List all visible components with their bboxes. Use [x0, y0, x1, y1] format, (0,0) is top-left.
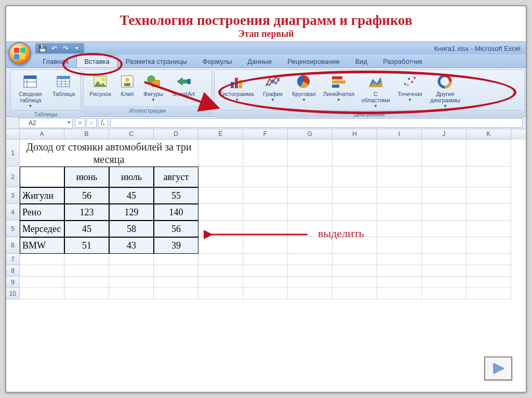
col-header[interactable]: H — [332, 129, 377, 140]
picture-button[interactable]: Рисунок — [86, 72, 115, 98]
enter-icon[interactable]: ✓ — [86, 118, 97, 128]
col-header[interactable]: I — [377, 129, 422, 140]
cell[interactable]: 45 — [64, 221, 109, 237]
svg-rect-20 — [239, 80, 242, 88]
office-button[interactable] — [8, 42, 31, 65]
table-row[interactable]: 7 — [6, 254, 526, 265]
cell[interactable]: 43 — [109, 237, 154, 254]
cell[interactable]: Жигули — [20, 187, 64, 204]
cell[interactable]: 140 — [154, 204, 198, 221]
pivot-table-icon — [22, 73, 38, 90]
tab-page-layout[interactable]: Разметка страницы — [118, 56, 194, 67]
cancel-icon[interactable]: ✕ — [75, 118, 85, 128]
table-button[interactable]: Таблица — [49, 72, 78, 98]
formula-bar: A2 ✕ ✓ fx — [6, 117, 526, 129]
area-chart-button[interactable]: С областями▼ — [358, 72, 393, 110]
column-headers[interactable]: A B C D E F G H I J K — [20, 129, 526, 140]
table-title-cell[interactable]: Доход от стоянки автомобилей за три меся… — [20, 140, 198, 167]
table-row[interactable]: 6 BMW 51 43 39 — [6, 237, 526, 254]
cell[interactable]: Рено — [20, 204, 64, 221]
cell[interactable]: 123 — [64, 204, 109, 221]
pie-chart-button[interactable]: Круговая▼ — [288, 72, 320, 104]
tab-review[interactable]: Рецензирование — [280, 56, 347, 67]
name-box[interactable]: A2 — [19, 118, 73, 128]
scatter-chart-button[interactable]: Точечная▼ — [394, 72, 425, 104]
cell[interactable]: 39 — [154, 237, 198, 254]
undo-icon[interactable]: ↶ — [50, 44, 58, 52]
bar-chart-button[interactable]: Линейчатая▼ — [321, 72, 357, 104]
tab-data[interactable]: Данные — [240, 56, 279, 67]
col-header[interactable]: E — [198, 129, 243, 140]
table-row[interactable]: 9 — [6, 277, 526, 288]
worksheet[interactable]: A B C D E F G H I J K 1 Доход от стоянки… — [6, 129, 526, 299]
col-header[interactable]: D — [154, 129, 198, 140]
col-header[interactable]: F — [243, 129, 288, 140]
row-header[interactable]: 1 — [6, 140, 20, 167]
cell[interactable]: 45 — [109, 187, 154, 204]
save-icon[interactable]: 💾 — [38, 44, 47, 52]
row-header[interactable]: 6 — [6, 237, 20, 254]
column-chart-button[interactable]: Гистограмма▼ — [217, 72, 257, 104]
cell[interactable]: 55 — [154, 187, 198, 204]
row-header[interactable]: 3 — [6, 187, 20, 204]
col-header[interactable]: C — [109, 129, 154, 140]
svg-rect-17 — [188, 79, 191, 84]
cell[interactable]: 129 — [109, 204, 154, 221]
tab-formulas[interactable]: Формулы — [195, 56, 240, 67]
row-header[interactable]: 4 — [6, 204, 20, 221]
cell[interactable]: 51 — [64, 237, 109, 254]
col-header[interactable]: G — [288, 129, 332, 140]
row-header[interactable]: 7 — [6, 254, 20, 265]
header-cell[interactable]: август — [154, 167, 198, 187]
tab-insert[interactable]: Вставка — [76, 55, 117, 67]
svg-point-11 — [102, 78, 105, 81]
tab-home[interactable]: Главная — [35, 56, 75, 67]
cell[interactable]: 56 — [154, 221, 198, 237]
col-header[interactable]: B — [64, 129, 109, 140]
svg-rect-16 — [152, 80, 159, 87]
row-header[interactable]: 9 — [6, 277, 20, 288]
header-cell[interactable]: июнь — [64, 167, 109, 187]
col-header[interactable]: K — [467, 129, 511, 140]
row-header[interactable]: 8 — [6, 265, 20, 277]
window-title: Книга1.xlsx - Microsoft Excel — [84, 45, 526, 52]
cell[interactable] — [20, 167, 64, 187]
cell[interactable]: Мерседес — [20, 221, 64, 237]
table-row[interactable]: 4 Рено 123 129 140 — [6, 204, 526, 221]
tab-developer[interactable]: Разработчик — [376, 56, 430, 67]
line-chart-button[interactable]: График▼ — [258, 72, 287, 104]
table-row[interactable]: 10 — [6, 288, 526, 299]
column-chart-label: Гистограмма — [220, 91, 254, 97]
col-header[interactable]: J — [422, 129, 467, 140]
svg-rect-18 — [231, 82, 234, 88]
bar-chart-label: Линейчатая — [323, 91, 354, 97]
cell[interactable]: 58 — [109, 221, 154, 237]
redo-icon[interactable]: ↷ — [61, 44, 70, 52]
clip-button[interactable]: Клип — [116, 72, 139, 98]
row-header[interactable]: 10 — [6, 288, 20, 299]
qat-dropdown-icon[interactable]: ▼ — [73, 44, 81, 52]
tab-view[interactable]: Вид — [348, 56, 375, 67]
table-row[interactable]: 1 Доход от стоянки автомобилей за три ме… — [6, 140, 526, 167]
other-charts-button[interactable]: Другие диаграммы▼ — [427, 72, 464, 110]
cell[interactable]: 56 — [64, 187, 109, 204]
svg-point-28 — [408, 78, 410, 80]
next-slide-button[interactable] — [484, 356, 512, 380]
line-chart-icon — [264, 73, 281, 90]
pivot-table-button[interactable]: Сводная таблица▼ — [13, 72, 48, 110]
formula-input[interactable] — [110, 118, 523, 128]
select-all-corner[interactable] — [6, 129, 20, 140]
row-header[interactable]: 2 — [6, 167, 20, 187]
smartart-button[interactable]: SmartArt — [168, 72, 199, 98]
table-row[interactable]: 5 Мерседес 45 58 56 — [6, 221, 526, 237]
table-row[interactable]: 2 июнь июль август — [6, 167, 526, 187]
header-cell[interactable]: июль — [109, 167, 154, 187]
col-header[interactable]: A — [20, 129, 64, 140]
quick-access-toolbar[interactable]: 💾 ↶ ↷ ▼ — [35, 43, 84, 53]
cell[interactable]: BMW — [20, 237, 64, 254]
table-row[interactable]: 8 — [6, 265, 526, 277]
shapes-button[interactable]: Фигуры▼ — [140, 72, 167, 104]
row-header[interactable]: 5 — [6, 221, 20, 237]
fx-icon[interactable]: fx — [98, 118, 108, 128]
table-row[interactable]: 3 Жигули 56 45 55 — [6, 187, 526, 204]
